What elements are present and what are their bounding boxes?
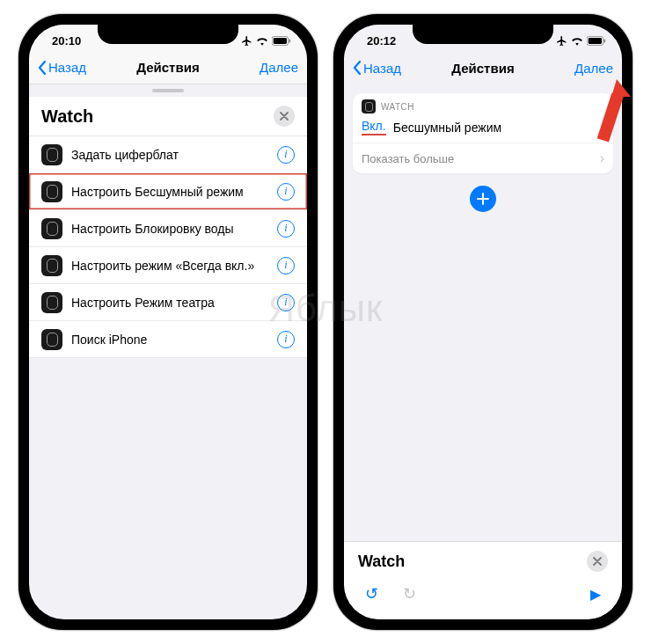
- clear-bottom-button[interactable]: [587, 551, 608, 572]
- info-icon: i: [284, 333, 287, 346]
- watch-app-icon: [41, 329, 62, 350]
- info-icon: i: [284, 259, 287, 272]
- search-query[interactable]: Watch: [41, 106, 93, 127]
- chevron-left-icon: [353, 61, 362, 75]
- show-more-label: Показать больше: [362, 152, 454, 165]
- info-button[interactable]: i: [277, 257, 295, 274]
- card-body[interactable]: Вкл. Бесшумный режим: [353, 115, 613, 143]
- status-icons: [556, 35, 606, 47]
- action-label: Настроить Блокировку воды: [71, 222, 268, 236]
- svg-rect-2: [289, 39, 290, 42]
- bottom-panel: Watch ↺ ↻ ▶: [344, 541, 622, 619]
- bottom-toolbar: ↺ ↻ ▶: [344, 581, 622, 619]
- show-more-row[interactable]: Показать больше ›: [353, 143, 613, 173]
- bottom-title[interactable]: Watch: [358, 553, 405, 571]
- info-icon: i: [284, 148, 287, 161]
- action-name: Бесшумный режим: [393, 121, 501, 135]
- action-label: Настроить Бесшумный режим: [71, 185, 268, 199]
- info-button[interactable]: i: [277, 331, 295, 348]
- navbar: Назад Действия Далее: [344, 51, 622, 84]
- back-button[interactable]: Назад: [353, 61, 406, 76]
- next-button[interactable]: Далее: [560, 61, 613, 76]
- info-icon: i: [284, 296, 287, 309]
- action-label: Поиск iPhone: [71, 333, 268, 347]
- status-icons: [241, 35, 291, 47]
- info-icon: i: [284, 185, 287, 198]
- back-button[interactable]: Назад: [38, 60, 91, 75]
- info-button[interactable]: i: [277, 146, 295, 164]
- next-button[interactable]: Далее: [245, 60, 298, 75]
- nav-title: Действия: [136, 60, 199, 75]
- watch-app-icon: [41, 255, 62, 276]
- notch: [98, 23, 238, 44]
- action-row[interactable]: Настроить Бесшумный режимi: [29, 173, 307, 210]
- info-button[interactable]: i: [277, 183, 295, 201]
- action-row[interactable]: Поиск iPhonei: [29, 321, 307, 358]
- clear-search-button[interactable]: [274, 106, 295, 127]
- add-action-button[interactable]: [470, 186, 496, 212]
- watch-app-icon: [362, 99, 376, 113]
- info-icon: i: [284, 222, 287, 235]
- actions-list: Задать циферблатiНастроить Бесшумный реж…: [29, 136, 307, 358]
- action-row[interactable]: Настроить Режим театраi: [29, 284, 307, 321]
- action-row[interactable]: Настроить Блокировку водыi: [29, 210, 307, 247]
- back-label: Назад: [48, 60, 86, 75]
- watch-app-icon: [41, 292, 62, 313]
- airplane-icon: [556, 35, 567, 47]
- battery-icon: [587, 36, 606, 46]
- navbar: Назад Действия Далее: [29, 51, 307, 84]
- search-header: Watch: [29, 97, 307, 136]
- phone-left: 20:10 Назад Действия Далее W: [18, 14, 318, 630]
- sheet-grabber[interactable]: [29, 84, 307, 97]
- action-row[interactable]: Задать циферблатi: [29, 136, 307, 173]
- back-label: Назад: [363, 61, 401, 76]
- card-app-label: WATCH: [381, 102, 414, 112]
- next-label: Далее: [574, 61, 613, 76]
- watch-app-icon: [41, 218, 62, 239]
- chevron-left-icon: [38, 61, 47, 75]
- undo-button[interactable]: ↺: [365, 584, 378, 604]
- nav-title: Действия: [451, 61, 514, 76]
- toggle-value[interactable]: Вкл.: [362, 119, 386, 135]
- run-button[interactable]: ▶: [590, 586, 601, 603]
- next-label: Далее: [260, 60, 298, 75]
- notch: [413, 23, 553, 44]
- action-card: WATCH Вкл. Бесшумный режим Показать боль…: [353, 93, 613, 173]
- screen: 20:12 Назад Действия Далее: [344, 25, 622, 619]
- status-time: 20:10: [52, 34, 81, 48]
- battery-icon: [272, 36, 291, 46]
- watch-app-icon: [41, 144, 62, 165]
- info-button[interactable]: i: [277, 220, 295, 238]
- action-label: Настроить Режим театра: [71, 296, 268, 310]
- wifi-icon: [256, 36, 268, 46]
- info-button[interactable]: i: [277, 294, 295, 311]
- watch-app-icon: [41, 181, 62, 202]
- status-time: 20:12: [367, 34, 396, 48]
- svg-rect-6: [589, 38, 602, 44]
- wifi-icon: [571, 36, 583, 46]
- svg-rect-1: [274, 38, 287, 44]
- phone-right: 20:12 Назад Действия Далее: [333, 14, 633, 630]
- close-icon: [593, 557, 602, 566]
- card-header: WATCH: [353, 93, 613, 115]
- plus-icon: [477, 193, 489, 205]
- airplane-icon: [241, 35, 252, 47]
- redo-button[interactable]: ↻: [403, 584, 416, 604]
- chevron-right-icon: ›: [600, 150, 604, 166]
- action-label: Задать циферблат: [71, 148, 268, 162]
- close-icon: [280, 112, 289, 121]
- svg-rect-7: [603, 39, 605, 42]
- action-row[interactable]: Настроить режим «Всегда вкл.»i: [29, 247, 307, 284]
- screen: 20:10 Назад Действия Далее W: [29, 25, 307, 619]
- action-label: Настроить режим «Всегда вкл.»: [71, 259, 268, 273]
